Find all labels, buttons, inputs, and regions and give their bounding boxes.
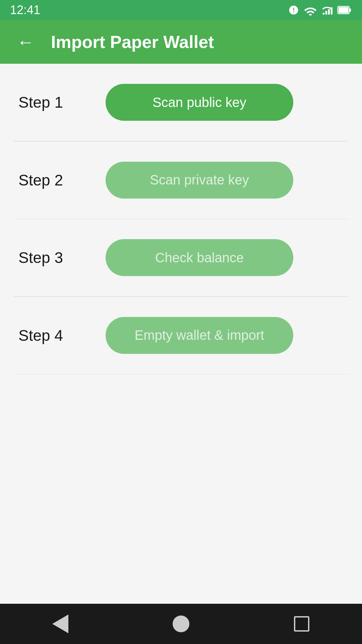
step-3-label: Step 3 [18,249,92,267]
nav-bar [0,604,362,644]
empty-wallet-import-button[interactable]: Empty wallet & import [106,317,293,354]
step-1-label: Step 1 [18,93,92,111]
svg-rect-6 [339,7,349,13]
wifi-icon [304,5,317,15]
back-button[interactable]: ← [13,30,38,54]
main-content: Step 1 Scan public key Step 2 Scan priva… [0,64,362,604]
scan-public-key-button[interactable]: Scan public key [106,84,293,121]
step-2-row: Step 2 Scan private key [0,142,362,219]
svg-rect-5 [349,8,351,11]
signal-icon [322,5,333,15]
svg-rect-3 [331,7,333,14]
svg-rect-1 [325,11,327,15]
check-balance-button[interactable]: Check balance [106,239,293,276]
notification-icon [288,5,299,15]
back-nav-icon [52,614,68,633]
divider-4 [13,374,349,375]
step-4-label: Step 4 [18,326,92,344]
recents-nav-icon [294,616,309,632]
status-time: 12:41 [10,3,40,17]
nav-home-button[interactable] [164,607,198,641]
status-icons [288,5,352,15]
app-bar: ← Import Paper Wallet [0,20,362,64]
step-2-label: Step 2 [18,171,92,189]
step-1-row: Step 1 Scan public key [0,64,362,141]
svg-rect-0 [323,13,324,14]
step-4-row: Step 4 Empty wallet & import [0,297,362,374]
home-nav-icon [173,615,189,632]
scan-private-key-button[interactable]: Scan private key [106,162,293,199]
battery-icon [337,5,352,15]
nav-recents-button[interactable] [285,607,318,641]
nav-back-button[interactable] [44,607,77,641]
app-bar-title: Import Paper Wallet [51,32,214,52]
status-bar: 12:41 [0,0,362,20]
step-3-row: Step 3 Check balance [0,219,362,296]
svg-rect-2 [328,9,330,14]
